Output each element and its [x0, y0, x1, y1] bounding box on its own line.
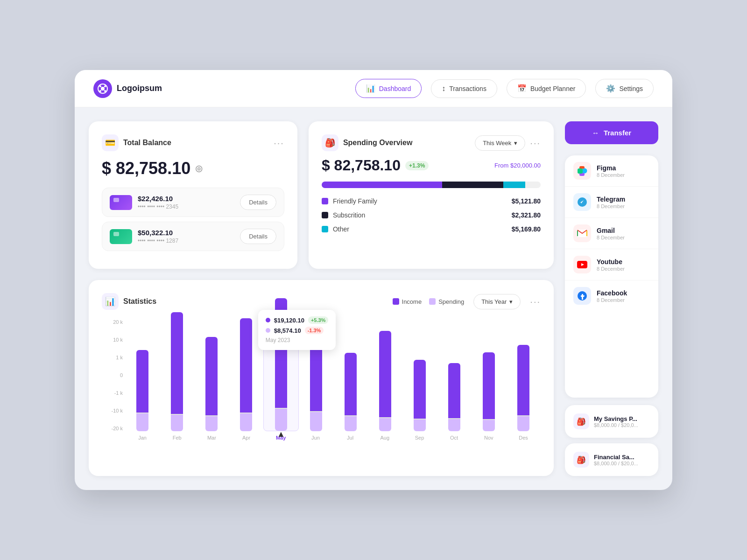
account-number-1: •••• •••• •••• 2345	[138, 203, 178, 210]
svg-rect-10	[578, 168, 583, 174]
savings-name-1: My Savings P...	[594, 415, 638, 422]
balance-card-header: 💳 Total Balance ···	[102, 134, 284, 151]
account-left-1: $22,426.10 •••• •••• •••• 2345	[110, 195, 178, 210]
bar-down	[448, 419, 460, 431]
nav-dashboard[interactable]: 📊 Dashboard	[355, 79, 422, 98]
bar-group[interactable]	[402, 319, 437, 431]
chart-bar-icon: 📊	[366, 84, 375, 93]
savings-amount-1: $8,000.00 / $20,0...	[594, 422, 638, 428]
top-row: 💳 Total Balance ··· $ 82,758.10 ◎	[89, 121, 554, 269]
chart-wrapper: 20 k 10 k 1 k 0 -1 k -10 k -20 k	[102, 319, 541, 431]
bar-down	[345, 416, 357, 431]
recent-info: Figma8 December	[597, 164, 650, 178]
spending-title: Spending Overview	[343, 139, 412, 147]
recent-date: 8 December	[597, 203, 650, 209]
bar-group[interactable]	[160, 319, 194, 431]
progress-segment-purple	[322, 182, 442, 188]
balance-amount: $ 82,758.10 ◎	[102, 159, 284, 178]
eye-icon[interactable]: ◎	[195, 163, 203, 174]
bar-group[interactable]	[368, 319, 402, 431]
nav-settings[interactable]: ⚙️ Settings	[595, 79, 654, 98]
spending-controls: This Week ▾ ···	[475, 135, 541, 151]
recent-item[interactable]: Gmail8 December	[565, 218, 658, 249]
tooltip-date: May 2023	[266, 337, 329, 343]
period-selector[interactable]: This Week ▾	[475, 135, 525, 151]
x-label: Sep	[402, 435, 437, 441]
bar-group[interactable]	[125, 319, 160, 431]
nav-budget-planner[interactable]: 📅 Budget Planner	[507, 79, 586, 98]
arrows-icon: ↕	[442, 84, 445, 93]
bar-group[interactable]	[472, 319, 506, 431]
card-chip	[113, 198, 119, 202]
tooltip-spending-val: $8,574.10	[274, 327, 301, 334]
x-label: Jan	[125, 435, 160, 441]
dot-purple	[322, 198, 328, 204]
savings-amount-2: $8,000.00 / $20,0...	[594, 461, 638, 466]
progress-segment-dark	[442, 182, 503, 188]
chart-bars: $19,120.10 +5.3% $8,574.10 -1.3% May 202…	[125, 319, 541, 431]
recent-item[interactable]: Figma8 December	[565, 155, 658, 187]
bar-pointer: ▲	[277, 429, 285, 439]
savings-icon-2: 🎒	[573, 452, 589, 468]
spending-item-3: Other $5,169.80	[322, 225, 541, 233]
nav-transactions[interactable]: ↕ Transactions	[431, 79, 497, 98]
stats-period-selector[interactable]: This Year ▾	[473, 294, 521, 309]
x-label: Apr	[229, 435, 264, 441]
stats-header: 📊 Statistics Income Spending	[102, 293, 541, 310]
tooltip-income-row: $19,120.10 +5.3%	[266, 316, 329, 324]
bar-up	[205, 337, 218, 415]
app-icon-gmail	[573, 224, 591, 242]
bar-group[interactable]	[506, 319, 541, 431]
bar-group[interactable]	[437, 319, 472, 431]
tooltip-spending-row: $8,574.10 -1.3%	[266, 327, 329, 334]
card-chip-2	[113, 232, 119, 236]
calendar-icon: 📅	[517, 84, 527, 93]
stats-chevron-icon: ▾	[509, 298, 513, 305]
details-btn-1[interactable]: Details	[240, 195, 276, 210]
left-column: 💳 Total Balance ··· $ 82,758.10 ◎	[89, 121, 554, 476]
recent-item[interactable]: Telegram8 December	[565, 187, 658, 218]
svg-point-4	[99, 90, 101, 92]
bar-up	[379, 331, 391, 417]
bar-down	[275, 409, 287, 431]
app-icon-youtube	[573, 256, 591, 273]
stats-title-left: 📊 Statistics	[102, 293, 156, 310]
x-label: Jul	[333, 435, 367, 441]
svg-point-5	[104, 90, 106, 92]
spending-header: 🎒 Spending Overview This Week ▾ ···	[322, 134, 541, 151]
tooltip-spending-dot	[266, 328, 270, 333]
stats-title: Statistics	[123, 297, 156, 306]
spending-amount-1: $5,121.80	[512, 197, 541, 205]
balance-more-btn[interactable]: ···	[274, 138, 284, 148]
details-btn-2[interactable]: Details	[240, 229, 276, 244]
spending-title-left: 🎒 Spending Overview	[322, 134, 412, 151]
transfer-btn[interactable]: ↔ Transfer	[565, 121, 658, 144]
stats-more-btn[interactable]: ···	[530, 296, 541, 307]
bar-up	[414, 360, 426, 419]
spending-amount-2: $2,321.80	[512, 211, 541, 219]
main-content: 💳 Total Balance ··· $ 82,758.10 ◎	[75, 107, 672, 490]
bar-up	[448, 363, 460, 418]
spending-amount-row: $ 82,758.10 +1.3% From $20,000.00	[322, 157, 541, 174]
bar-group[interactable]	[333, 319, 368, 431]
recent-item[interactable]: Youtube8 December	[565, 249, 658, 280]
spending-item-2: Subscrition $2,321.80	[322, 211, 541, 219]
savings-icon-1: 🎒	[573, 413, 589, 429]
bar-down	[517, 416, 529, 431]
recent-name: Gmail	[597, 227, 650, 234]
legend-spending-dot	[429, 298, 436, 305]
logo: Logoipsum	[93, 79, 162, 98]
bar-group[interactable]	[194, 319, 229, 431]
savings-info-1: My Savings P... $8,000.00 / $20,0...	[594, 415, 638, 428]
bar-down	[483, 420, 495, 431]
chart-area: 20 k 10 k 1 k 0 -1 k -10 k -20 k	[102, 319, 541, 450]
spending-more-btn[interactable]: ···	[530, 138, 541, 148]
chevron-down-icon: ▾	[514, 140, 517, 147]
app-icon-telegram	[573, 193, 591, 211]
recent-item[interactable]: Facebook8 December	[565, 280, 658, 311]
progress-bar	[322, 182, 541, 188]
spending-item-1: Friendly Family $5,121.80	[322, 197, 541, 205]
logo-text: Logoipsum	[117, 84, 162, 93]
transfer-icon: ↔	[592, 129, 599, 137]
statistics-card: 📊 Statistics Income Spending	[89, 280, 554, 476]
